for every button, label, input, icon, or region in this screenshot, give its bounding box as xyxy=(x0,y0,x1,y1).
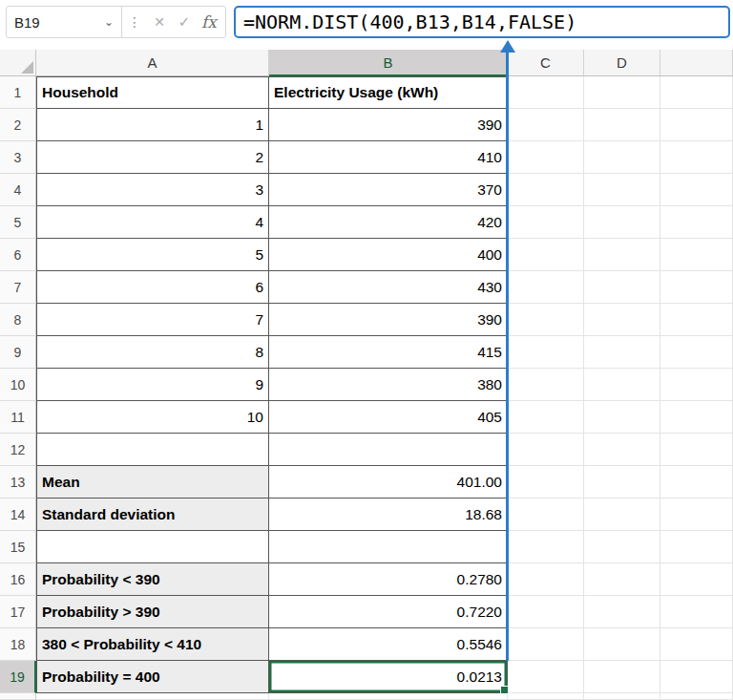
cell-e9[interactable] xyxy=(660,336,733,369)
name-box[interactable]: B19 ⌄ xyxy=(7,7,122,37)
cell-c8[interactable] xyxy=(508,304,584,336)
cell-e14[interactable] xyxy=(660,498,733,531)
cell-c19[interactable] xyxy=(508,661,584,693)
row-header-8[interactable]: 8 xyxy=(0,304,36,336)
row-header-16[interactable]: 16 xyxy=(0,563,36,596)
cell-a5[interactable]: 4 xyxy=(36,206,269,239)
cell-e18[interactable] xyxy=(660,628,733,661)
cell-d8[interactable] xyxy=(584,304,660,336)
cell-b10[interactable]: 380 xyxy=(269,369,508,401)
cell-b12[interactable] xyxy=(269,434,508,466)
cell-e6[interactable] xyxy=(660,239,733,271)
cell-b19[interactable]: 0.0213 xyxy=(269,661,508,693)
cell-b3[interactable]: 410 xyxy=(269,141,508,174)
row-header-19[interactable]: 19 xyxy=(0,661,36,693)
cell-d4[interactable] xyxy=(584,174,660,206)
cell-e20[interactable] xyxy=(660,693,733,700)
cell-e2[interactable] xyxy=(660,109,733,141)
cell-e16[interactable] xyxy=(660,563,733,596)
cell-d12[interactable] xyxy=(584,434,660,466)
cell-a11[interactable]: 10 xyxy=(36,401,269,434)
cell-c1[interactable] xyxy=(508,76,584,109)
row-header-3[interactable]: 3 xyxy=(0,141,36,174)
cell-d9[interactable] xyxy=(584,336,660,369)
cell-e12[interactable] xyxy=(660,434,733,466)
row-header-6[interactable]: 6 xyxy=(0,239,36,271)
cell-d2[interactable] xyxy=(584,109,660,141)
row-header-5[interactable]: 5 xyxy=(0,206,36,239)
cell-d7[interactable] xyxy=(584,271,660,304)
cell-b16[interactable]: 0.2780 xyxy=(269,563,508,596)
cell-d14[interactable] xyxy=(584,498,660,531)
row-header-13[interactable]: 13 xyxy=(0,466,36,498)
cell-a1[interactable]: Household xyxy=(36,76,269,109)
cell-e13[interactable] xyxy=(660,466,733,498)
cell-b8[interactable]: 390 xyxy=(269,304,508,336)
cell-a14[interactable]: Standard deviation xyxy=(36,498,269,531)
cell-a15[interactable] xyxy=(36,531,269,563)
cell-e17[interactable] xyxy=(660,596,733,628)
cell-e10[interactable] xyxy=(660,369,733,401)
row-header-12[interactable]: 12 xyxy=(0,434,36,466)
cell-e1[interactable] xyxy=(660,76,733,109)
cell-b7[interactable]: 430 xyxy=(269,271,508,304)
row-header-11[interactable]: 11 xyxy=(0,401,36,434)
cell-e15[interactable] xyxy=(660,531,733,563)
cell-a13[interactable]: Mean xyxy=(36,466,269,498)
insert-function-icon[interactable]: fx xyxy=(197,7,225,37)
fill-handle[interactable] xyxy=(500,686,509,694)
cell-a20[interactable] xyxy=(36,693,269,700)
enter-icon[interactable]: ✓ xyxy=(172,7,197,37)
cell-c5[interactable] xyxy=(508,206,584,239)
cell-d11[interactable] xyxy=(584,401,660,434)
cell-e4[interactable] xyxy=(660,174,733,206)
cell-c3[interactable] xyxy=(508,141,584,174)
cell-c7[interactable] xyxy=(508,271,584,304)
cell-b14[interactable]: 18.68 xyxy=(269,498,508,531)
cell-b6[interactable]: 400 xyxy=(269,239,508,271)
cell-c2[interactable] xyxy=(508,109,584,141)
cell-d20[interactable] xyxy=(584,693,660,700)
cell-d17[interactable] xyxy=(584,596,660,628)
cell-c17[interactable] xyxy=(508,596,584,628)
cell-b18[interactable]: 0.5546 xyxy=(269,628,508,661)
formula-bar-resize-dots-icon[interactable]: ⋮ xyxy=(122,7,147,37)
cell-a7[interactable]: 6 xyxy=(36,271,269,304)
cell-e5[interactable] xyxy=(660,206,733,239)
cell-a18[interactable]: 380 < Probability < 410 xyxy=(36,628,269,661)
row-header-2[interactable]: 2 xyxy=(0,109,36,141)
cell-d15[interactable] xyxy=(584,531,660,563)
cell-c11[interactable] xyxy=(508,401,584,434)
cell-d1[interactable] xyxy=(584,76,660,109)
cell-c13[interactable] xyxy=(508,466,584,498)
row-header-9[interactable]: 9 xyxy=(0,336,36,369)
cell-b4[interactable]: 370 xyxy=(269,174,508,206)
column-header-b[interactable]: B xyxy=(269,50,508,76)
cell-a10[interactable]: 9 xyxy=(36,369,269,401)
cell-c18[interactable] xyxy=(508,628,584,661)
cell-a8[interactable]: 7 xyxy=(36,304,269,336)
row-header-15[interactable]: 15 xyxy=(0,531,36,563)
row-header-1[interactable]: 1 xyxy=(0,76,36,109)
row-header-17[interactable]: 17 xyxy=(0,596,36,628)
cell-b2[interactable]: 390 xyxy=(269,109,508,141)
cell-a16[interactable]: Probability < 390 xyxy=(36,563,269,596)
cell-b1[interactable]: Electricity Usage (kWh) xyxy=(269,76,508,109)
cell-e11[interactable] xyxy=(660,401,733,434)
cell-c4[interactable] xyxy=(508,174,584,206)
cell-a2[interactable]: 1 xyxy=(36,109,269,141)
cell-c20[interactable] xyxy=(508,693,584,700)
cell-c9[interactable] xyxy=(508,336,584,369)
cell-a12[interactable] xyxy=(36,434,269,466)
cell-c16[interactable] xyxy=(508,563,584,596)
formula-input[interactable]: =NORM.DIST(400,B13,B14,FALSE) xyxy=(234,6,730,38)
cell-d10[interactable] xyxy=(584,369,660,401)
cell-b13[interactable]: 401.00 xyxy=(269,466,508,498)
cell-c14[interactable] xyxy=(508,498,584,531)
cell-e3[interactable] xyxy=(660,141,733,174)
row-header-14[interactable]: 14 xyxy=(0,498,36,531)
cell-b17[interactable]: 0.7220 xyxy=(269,596,508,628)
cell-d3[interactable] xyxy=(584,141,660,174)
cell-c10[interactable] xyxy=(508,369,584,401)
cell-a19[interactable]: Probability = 400 xyxy=(36,661,269,693)
